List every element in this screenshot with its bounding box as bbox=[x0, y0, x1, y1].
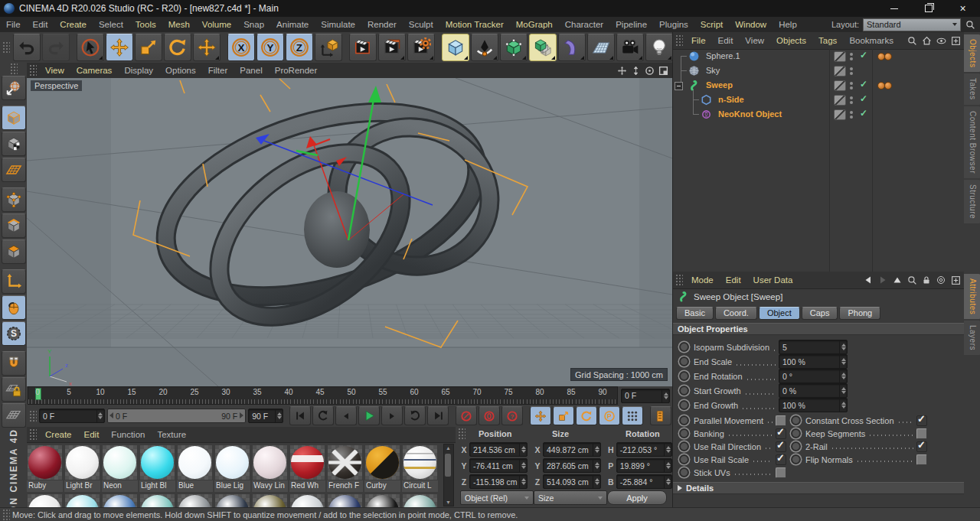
anim-dot-icon[interactable] bbox=[791, 454, 801, 464]
parallel-movement-checkbox[interactable] bbox=[776, 415, 786, 426]
am-menu-user-data[interactable]: User Data bbox=[747, 275, 799, 285]
material-tag-icon[interactable] bbox=[884, 82, 892, 90]
minimize-button[interactable] bbox=[877, 0, 911, 17]
menu-render[interactable]: Render bbox=[361, 20, 403, 29]
enable-snap-button[interactable] bbox=[2, 351, 26, 376]
anim-dot-icon[interactable] bbox=[791, 441, 801, 451]
scrollbar-thumb[interactable] bbox=[445, 454, 451, 477]
search-button[interactable] bbox=[906, 275, 917, 285]
undo-button[interactable] bbox=[13, 34, 41, 61]
object-row-sweep[interactable]: Sweep✓ bbox=[673, 78, 964, 93]
material-item[interactable] bbox=[402, 493, 438, 507]
size-x-field[interactable]: 449.872 cm bbox=[543, 442, 601, 457]
viewport-menu-panel[interactable]: Panel bbox=[234, 66, 268, 75]
anim-dot-icon[interactable] bbox=[679, 342, 689, 352]
size-dropdown[interactable]: Size bbox=[534, 490, 607, 505]
material-item[interactable]: Blue bbox=[177, 444, 213, 492]
spinner-icon[interactable] bbox=[839, 340, 847, 353]
spinner-icon[interactable] bbox=[275, 409, 283, 422]
material-item[interactable] bbox=[177, 493, 213, 507]
section-header[interactable]: Object Properties bbox=[673, 323, 964, 335]
end-growth-field[interactable]: 100 % bbox=[779, 398, 848, 412]
spinner-icon[interactable] bbox=[593, 443, 600, 456]
menu-mograph[interactable]: MoGraph bbox=[510, 20, 559, 29]
menu-select[interactable]: Select bbox=[93, 20, 129, 29]
anim-dot-icon[interactable] bbox=[679, 441, 689, 451]
anim-dot-icon[interactable] bbox=[679, 371, 689, 381]
rotate-view-button[interactable] bbox=[644, 65, 655, 76]
anim-dot-icon[interactable] bbox=[791, 415, 801, 425]
side-tab-structure[interactable]: Structure bbox=[964, 180, 980, 223]
layout-dropdown[interactable]: Standard bbox=[863, 18, 961, 31]
enable-axis-button[interactable] bbox=[2, 269, 26, 294]
end-scale-field[interactable]: 100 % bbox=[779, 354, 848, 369]
viewport-menu-filter[interactable]: Filter bbox=[202, 66, 234, 75]
forward-button[interactable] bbox=[877, 275, 888, 285]
material-item[interactable] bbox=[252, 493, 288, 507]
anim-dot-icon[interactable] bbox=[679, 415, 689, 425]
layer-toggle[interactable] bbox=[834, 51, 846, 62]
zoom-view-button[interactable] bbox=[630, 65, 641, 76]
om-menu-file[interactable]: File bbox=[685, 36, 712, 45]
subdivision-surface-button[interactable] bbox=[500, 34, 528, 61]
material-item[interactable] bbox=[289, 493, 325, 507]
layer-toggle[interactable] bbox=[834, 66, 846, 77]
spinner-icon[interactable] bbox=[519, 443, 527, 456]
spinner-icon[interactable] bbox=[664, 459, 671, 472]
scroll-up-icon[interactable]: ▲ bbox=[446, 445, 451, 451]
drag-grip[interactable] bbox=[458, 428, 466, 440]
visibility-dots[interactable] bbox=[850, 82, 853, 90]
rotate-tool-button[interactable] bbox=[164, 34, 191, 61]
anim-dot-icon[interactable] bbox=[679, 454, 689, 464]
flip-normals-checkbox[interactable] bbox=[916, 454, 927, 465]
menu-animate[interactable]: Animate bbox=[270, 20, 315, 29]
visibility-dots[interactable] bbox=[850, 96, 853, 104]
points-mode-button[interactable] bbox=[2, 187, 26, 212]
lock-z-button[interactable]: Z bbox=[286, 34, 313, 61]
model-mode-button[interactable] bbox=[2, 106, 26, 130]
key-parameter-toggle[interactable]: P bbox=[599, 406, 620, 425]
next-key-button[interactable] bbox=[404, 406, 426, 425]
key-rotation-toggle[interactable] bbox=[576, 406, 597, 425]
attr-tab-coord[interactable]: Coord. bbox=[715, 307, 757, 320]
attr-tab-caps[interactable]: Caps bbox=[802, 307, 838, 320]
position-z-field[interactable]: -115.198 cm bbox=[469, 474, 528, 489]
2-rail-checkbox[interactable] bbox=[916, 441, 927, 452]
end-frame-field[interactable]: 90 F bbox=[248, 409, 283, 423]
generators-button[interactable] bbox=[529, 34, 557, 61]
om-menu-edit[interactable]: Edit bbox=[712, 36, 740, 45]
material-item[interactable]: Circuit L bbox=[402, 444, 438, 492]
autokeying-button[interactable] bbox=[479, 406, 500, 425]
viewport-3d[interactable]: Y z x bbox=[27, 78, 672, 386]
rotation-b-field[interactable]: -25.884 ° bbox=[616, 474, 672, 489]
render-view-button[interactable] bbox=[349, 34, 377, 61]
range-right-arrow-icon[interactable] bbox=[240, 412, 243, 418]
size-y-field[interactable]: 287.605 cm bbox=[543, 458, 601, 473]
visibility-dots[interactable] bbox=[850, 111, 853, 119]
constant-cross-section-checkbox[interactable] bbox=[916, 415, 927, 426]
viewport-menu-prorender[interactable]: ProRender bbox=[269, 66, 324, 75]
am-menu-edit[interactable]: Edit bbox=[720, 275, 747, 285]
material-item[interactable]: Light Br bbox=[64, 444, 100, 492]
drag-grip[interactable] bbox=[2, 509, 10, 521]
snap-settings-button[interactable]: S bbox=[2, 321, 26, 346]
material-item[interactable] bbox=[64, 493, 100, 507]
om-menu-objects[interactable]: Objects bbox=[770, 36, 812, 45]
menu-sculpt[interactable]: Sculpt bbox=[403, 20, 439, 29]
texture-mode-button[interactable] bbox=[2, 132, 26, 156]
material-item[interactable]: Light Bl bbox=[139, 444, 175, 492]
collapse-expander-icon[interactable] bbox=[675, 82, 683, 90]
playback-mode-button[interactable] bbox=[650, 406, 671, 425]
enabled-check-icon[interactable]: ✓ bbox=[860, 93, 867, 104]
spinner-icon[interactable] bbox=[519, 459, 527, 472]
spinner-icon[interactable] bbox=[519, 475, 527, 488]
material-item[interactable]: French F bbox=[327, 444, 363, 492]
key-scale-toggle[interactable] bbox=[553, 406, 574, 425]
material-item[interactable]: Red Wh bbox=[289, 444, 325, 492]
eye-button[interactable] bbox=[936, 35, 946, 46]
start-growth-field[interactable]: 0 % bbox=[779, 383, 848, 398]
menu-volume[interactable]: Volume bbox=[196, 20, 237, 29]
timeline-track[interactable]: 051015202530354045505560657075808590 bbox=[28, 386, 618, 405]
coordinate-system-button[interactable] bbox=[315, 34, 342, 61]
isoparm-subdivision-field[interactable]: 5 bbox=[779, 340, 848, 354]
